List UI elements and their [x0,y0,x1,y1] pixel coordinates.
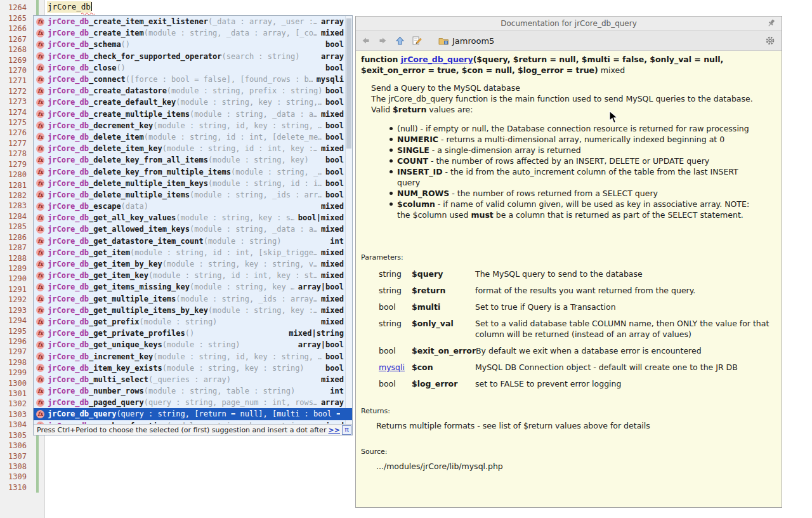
completion-return-type: bool [325,168,344,176]
line-number: 1282 [0,190,27,201]
go-to-source-up-button[interactable] [392,33,407,48]
completion-item[interactable]: fx jrCore_db_delete_item_key (module : s… [34,143,352,154]
completion-return-type: mixed [321,317,344,326]
completion-item[interactable]: fx jrCore_db_get_allowed_item_keys (modu… [34,223,352,235]
completion-list: fx jrCore_db_create_item_exit_listener (… [34,16,352,425]
completion-item[interactable]: fx jrCore_db_multi_select (_queries : ar… [34,374,352,385]
completion-return-type: bool|mixed [298,213,344,222]
completion-item[interactable]: fx jrCore_db_get_prefix (module : string… [34,316,352,328]
forward-button[interactable] [375,33,390,48]
completion-item[interactable]: fx jrCore_db_create_default_key (module … [34,96,352,108]
pin-icon[interactable] [767,18,776,28]
completion-item[interactable]: fx jrCore_db_check_for_supported_operato… [34,51,352,62]
line-number: 1277 [0,138,27,149]
parameter-description: set to FALSE to prevent error logging [475,378,770,389]
completion-item[interactable]: fx jrCore_db_get_multiple_items_by_key (… [34,305,352,316]
parameters-table: string $query The MySQL query to send to… [379,269,776,389]
function-name-link[interactable]: jrCore_db_query [401,55,473,64]
completion-item[interactable]: fx jrCore_db_query (query : string, [ret… [34,408,352,420]
function-icon: fx [36,98,44,107]
gutter-line-numbers: 1263126412651266126712681269127012711272… [0,0,27,493]
parameters-label: Parameters: [361,252,776,263]
completion-function-name: jrCore_db_delete_multiple_item_keys [48,179,208,188]
line-number: 1267 [0,34,27,44]
completion-return-type: bool [325,190,344,199]
back-button[interactable] [358,33,373,48]
completion-item[interactable]: fx jrCore_db_get_private_profiles () mix… [34,328,352,339]
completion-item[interactable]: fx jrCore_db_close () bool [34,62,352,74]
completion-signature: () [116,63,322,72]
completion-item[interactable]: fx jrCore_db_schema () bool [34,39,352,50]
line-number: 1286 [0,232,27,242]
function-icon: fx [36,156,44,164]
completion-item[interactable]: fx jrCore_db_item_key_exists (module : s… [34,362,352,374]
completion-item[interactable]: fx jrCore_db_increment_key (module : str… [34,350,352,362]
completion-return-type: array [321,17,344,26]
edit-source-button[interactable] [409,33,424,48]
completion-item[interactable]: fx jrCore_db_create_datastore (module : … [34,85,352,96]
completion-item[interactable]: fx jrCore_db_delete_key_from_multiple_it… [34,166,352,177]
completion-signature: (module : string) [204,237,327,246]
function-icon: fx [36,364,44,372]
completion-item[interactable]: fx jrCore_db_paged_query (query : string… [34,397,352,408]
function-icon: fx [36,317,44,326]
completion-function-name: jrCore_db_get_unique_keys [48,340,162,349]
line-number: 1271 [0,76,27,86]
completion-item[interactable]: fx jrCore_db_create_item (module : strin… [34,27,352,39]
completion-signature: (module : string, key : string, v… [162,260,317,269]
completion-signature: (module : string, key : s… [176,213,294,222]
completion-item[interactable]: fx jrCore_db_get_multiple_items (module … [34,293,352,305]
completion-item[interactable]: fx jrCore_db_get_item (module : string, … [34,247,352,258]
completion-item[interactable]: fx jrCore_db_create_multiple_items (modu… [34,109,352,120]
parameter-description: format of the results you want returned … [475,285,770,296]
completion-return-type: mixed [321,248,344,257]
function-icon: fx [36,295,44,303]
more-shortcuts-link[interactable]: >> [329,426,340,434]
completion-signature: (module : string, id : int, [delete_me… [144,133,322,142]
line-number: 1296 [0,336,27,347]
function-icon: fx [36,52,44,60]
gear-icon[interactable] [765,36,775,46]
completion-item[interactable]: fx jrCore_db_decrement_key (module : str… [34,120,352,131]
completion-function-name: jrCore_db_decrement_key [48,121,153,130]
completion-item[interactable]: fx jrCore_db_get_item_key (module : stri… [34,270,352,281]
line-number: 1294 [0,315,27,326]
list-item: NUM_ROWS - the number of rows returned f… [390,188,776,199]
completion-signature: (module : string, id, key : string, … [153,121,322,130]
completion-function-name: jrCore_db_get_item_key [48,271,148,280]
completion-item[interactable]: fx jrCore_db_get_all_key_values (module … [34,212,352,223]
doc-panel-title: Documentation for jrCore_db_query [356,19,782,28]
parameter-type: string [379,318,412,340]
function-icon: fx [36,214,44,222]
completion-return-type: bool [325,133,344,142]
completion-item[interactable]: fx jrCore_db_get_item_by_key (module : s… [34,258,352,270]
function-signature: function jrCore_db_query($query, $return… [361,54,775,76]
completion-return-type: mixed [321,29,344,37]
completion-item[interactable]: fx jrCore_db_delete_multiple_items (modu… [34,189,352,201]
signature-return-type: mixed [598,65,625,75]
doc-breadcrumb[interactable]: Jamroom5 [438,36,494,46]
completion-item[interactable]: fx jrCore_db_escape (data) mixed [34,201,352,212]
completion-item[interactable]: fx jrCore_db_delete_multiple_item_keys (… [34,178,352,189]
completion-item[interactable]: fx jrCore_db_delete_key_from_all_items (… [34,154,352,166]
line-number: 1298 [0,357,27,368]
completion-return-type: bool [325,98,344,107]
completion-item[interactable]: fx jrCore_db_get_datastore_item_count (m… [34,236,352,247]
completion-item[interactable]: fx jrCore_db_number_rows (module : strin… [34,385,352,397]
completion-return-type: array [321,398,344,407]
function-icon: fx [36,18,44,26]
line-number: 1275 [0,117,27,128]
list-item: SINGLE - a single-dimension array is ret… [390,145,776,156]
completion-item[interactable]: fx jrCore_db_get_unique_keys (module : s… [34,339,352,350]
completion-function-name: jrCore_db_get_datastore_item_count [48,237,204,246]
completion-item[interactable]: fx jrCore_db_create_item_exit_listener (… [34,16,352,27]
completion-item[interactable]: fx jrCore_db_connect ([force : bool = fa… [34,74,352,85]
code-editor-line[interactable]: jrCore_db [47,2,92,13]
completion-item[interactable]: fx jrCore_db_delete_item (module : strin… [34,131,352,143]
completion-return-type: mixed [321,306,344,315]
parameter-name: $exit_on_error [412,345,476,356]
pi-badge-icon[interactable]: π [342,425,351,435]
doc-title-bar[interactable]: Documentation for jrCore_db_query [356,17,782,31]
folder-icon [438,36,449,46]
completion-item[interactable]: fx jrCore_db_get_items_missing_key (modu… [34,281,352,293]
